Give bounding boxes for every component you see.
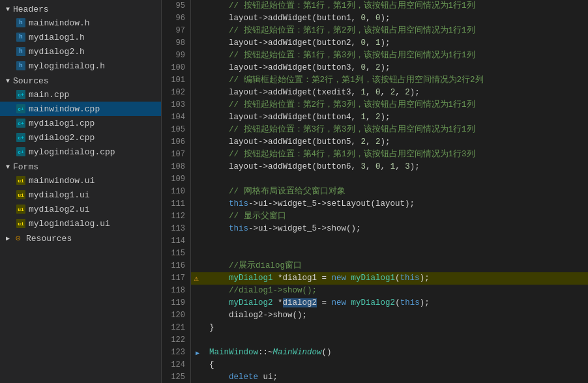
file-name: mainwindow.cpp <box>29 104 100 114</box>
line-content: myDialog2 *dialog2 = new myDialog2(this)… <box>204 297 588 309</box>
cpp-icon: c+ <box>16 147 26 157</box>
chevron-headers-icon: ▼ <box>3 4 13 14</box>
forms-files: ui mainwindow.ui ui mydialog1.ui ui mydi… <box>0 173 161 231</box>
line-gutter <box>191 309 204 322</box>
code-row: 116 //展示dialog窗口 <box>162 260 588 272</box>
code-row: 95 // 按钮起始位置：第1行，第1列，该按钮占用空间情况为1行1列 <box>162 0 588 12</box>
headers-label: Headers <box>13 5 49 14</box>
file-name: mainwindow.ui <box>29 176 95 186</box>
line-number: 124 <box>162 359 191 371</box>
line-content: // 按钮起始位置：第1行，第2列，该按钮占用空间情况为1行1列 <box>204 25 588 37</box>
code-row: 111 this->ui->widget_5->setLayout(layout… <box>162 198 588 210</box>
file-mydialog2-cpp[interactable]: c+ mydialog2.cpp <box>0 130 161 145</box>
code-row: 102 layout->addWidget(txedit3, 1, 0, 2, … <box>162 87 588 99</box>
line-gutter <box>191 297 204 309</box>
line-content: layout->addWidget(button1, 0, 0); <box>204 12 588 25</box>
line-content: // 编辑框起始位置：第2行，第1列，该按钮占用空间情况为2行2列 <box>204 74 588 87</box>
code-row: 108 layout->addWidget(button6, 3, 0, 1, … <box>162 161 588 173</box>
file-mylogindialog-ui[interactable]: ui mylogindialog.ui <box>0 216 161 231</box>
line-content: myDialog1 *dialog1 = new myDialog1(this)… <box>204 272 588 285</box>
expand-icon: ▶ <box>196 349 199 357</box>
line-gutter <box>191 285 204 297</box>
h-icon: h <box>16 61 26 71</box>
line-content <box>204 248 588 260</box>
file-mydialog1-cpp[interactable]: c+ mydialog1.cpp <box>0 116 161 130</box>
code-row: 113 this->ui->widget_5->show(); <box>162 223 588 235</box>
h-icon: h <box>16 46 26 57</box>
line-number: 108 <box>162 161 191 173</box>
code-row: 100 layout->addWidget(button3, 0, 2); <box>162 62 588 74</box>
line-gutter: ⚠ <box>191 272 204 285</box>
line-content: // 显示父窗口 <box>204 210 588 223</box>
file-mainwindow-cpp[interactable]: c+ mainwindow.cpp <box>0 102 161 116</box>
ui-icon: ui <box>16 204 26 214</box>
line-gutter <box>191 124 204 136</box>
code-row: 112 // 显示父窗口 <box>162 210 588 223</box>
line-gutter <box>191 248 204 260</box>
file-mydialog2-h[interactable]: h mydialog2.h <box>0 44 161 59</box>
code-row: 106 layout->addWidget(button5, 2, 2); <box>162 136 588 149</box>
line-number: 102 <box>162 87 191 99</box>
line-content: } <box>204 322 588 334</box>
code-row: 114 <box>162 235 588 248</box>
file-name: mylogindialog.ui <box>29 219 110 229</box>
line-number: 121 <box>162 322 191 334</box>
file-mydialog2-ui[interactable]: ui mydialog2.ui <box>0 202 161 216</box>
line-gutter <box>191 74 204 87</box>
line-content: // 按钮起始位置：第2行，第3列，该按钮占用空间情况为1行1列 <box>204 99 588 111</box>
h-icon: h <box>16 32 26 42</box>
line-content: layout->addWidget(button3, 0, 2); <box>204 62 588 74</box>
cpp-icon: c+ <box>16 89 26 100</box>
file-name: mydialog1.h <box>29 33 85 42</box>
line-content: // 按钮起始位置：第1行，第3列，该按钮占用空间情况为1行1列 <box>204 50 588 62</box>
file-mainwindow-ui[interactable]: ui mainwindow.ui <box>0 173 161 188</box>
line-gutter <box>191 99 204 111</box>
code-row: 105 // 按钮起始位置：第3行，第3列，该按钮占用空间情况为1行1列 <box>162 124 588 136</box>
section-resources-header[interactable]: ▶ ⊙ Resources <box>0 232 161 245</box>
sources-label: Sources <box>13 76 49 86</box>
code-row: 120 dialog2->show(); <box>162 309 588 322</box>
chevron-resources-icon: ▶ <box>3 233 13 244</box>
resources-label: Resources <box>26 234 72 244</box>
file-mydialog1-h[interactable]: h mydialog1.h <box>0 30 161 44</box>
headers-files: h mainwindow.h h mydialog1.h h mydialog2… <box>0 16 161 73</box>
line-number: 114 <box>162 235 191 248</box>
line-content: this->ui->widget_5->show(); <box>204 223 588 235</box>
warning-icon: ⚠ <box>194 274 198 283</box>
code-row: 99 // 按钮起始位置：第1行，第3列，该按钮占用空间情况为1行1列 <box>162 50 588 62</box>
line-number: 117 <box>162 272 191 285</box>
line-gutter <box>191 322 204 334</box>
cpp-icon: c+ <box>16 104 26 114</box>
line-number: 115 <box>162 248 191 260</box>
section-forms-header[interactable]: ▼ Forms <box>0 160 161 173</box>
section-headers-header[interactable]: ▼ Headers <box>0 3 161 16</box>
file-main-cpp[interactable]: c+ main.cpp <box>0 87 161 102</box>
line-number: 120 <box>162 309 191 322</box>
ui-icon: ui <box>16 190 26 200</box>
file-name: mydialog2.h <box>29 47 85 57</box>
code-row: 125 delete ui; <box>162 371 588 383</box>
file-mydialog1-ui[interactable]: ui mydialog1.ui <box>0 188 161 202</box>
h-icon: h <box>16 18 26 28</box>
line-gutter <box>191 149 204 161</box>
line-number: 105 <box>162 124 191 136</box>
line-gutter <box>191 50 204 62</box>
line-gutter <box>191 37 204 50</box>
code-row: 121} <box>162 322 588 334</box>
line-number: 99 <box>162 50 191 62</box>
line-content: // 按钮起始位置：第3行，第3列，该按钮占用空间情况为1行1列 <box>204 124 588 136</box>
line-number: 96 <box>162 12 191 25</box>
code-editor[interactable]: 95 // 按钮起始位置：第1行，第1列，该按钮占用空间情况为1行1列96 la… <box>162 0 588 383</box>
section-sources-header[interactable]: ▼ Sources <box>0 74 161 87</box>
file-mylogindialog-h[interactable]: h mylogindialog.h <box>0 59 161 73</box>
line-content <box>204 173 588 186</box>
line-number: 110 <box>162 186 191 198</box>
forms-label: Forms <box>13 162 38 172</box>
sources-files: c+ main.cpp c+ mainwindow.cpp c+ mydialo… <box>0 87 161 159</box>
line-gutter <box>191 223 204 235</box>
file-name: main.cpp <box>29 90 69 100</box>
code-row: 96 layout->addWidget(button1, 0, 0); <box>162 12 588 25</box>
file-mainwindow-h[interactable]: h mainwindow.h <box>0 16 161 30</box>
file-mylogindialog-cpp[interactable]: c+ mylogindialog.cpp <box>0 145 161 159</box>
code-row: 104 layout->addWidget(button4, 1, 2); <box>162 111 588 124</box>
